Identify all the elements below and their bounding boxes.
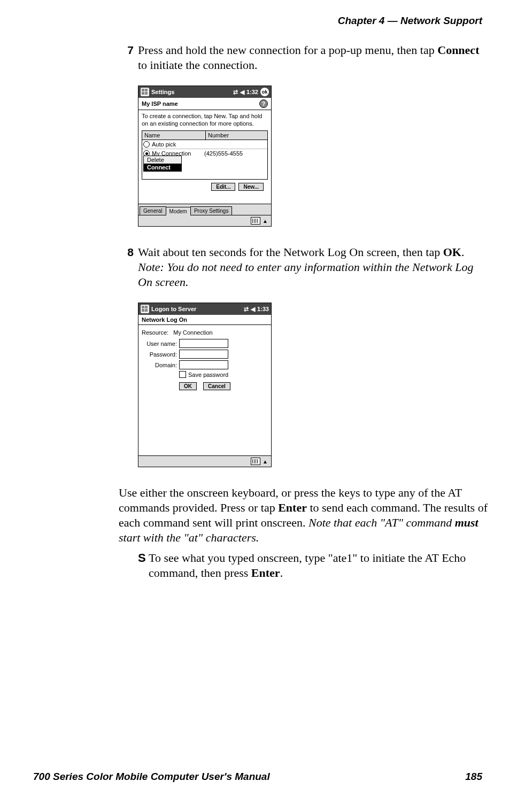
step-8: 8 Wait about ten seconds for the Network…	[119, 245, 488, 290]
connect-bold: Connect	[437, 43, 479, 57]
svg-rect-2	[142, 92, 144, 95]
ok-button[interactable]: OK	[179, 382, 197, 390]
step-text: Press and hold the new connection for a …	[138, 43, 488, 73]
start-icon[interactable]	[141, 305, 149, 313]
ok-button[interactable]: ok	[260, 88, 269, 96]
note-italic: Note: You do not need to enter any infor…	[138, 260, 473, 289]
resource-label: Resource:	[142, 329, 168, 336]
dialog-title: Network Log On	[142, 316, 187, 323]
table-row[interactable]: Auto pick	[142, 140, 267, 149]
text-part: To see what you typed onscreen, type "at…	[149, 551, 466, 579]
tab-modem[interactable]: Modem	[166, 207, 191, 215]
footer-manual-title: 700 Series Color Mobile Computer User's …	[33, 771, 270, 783]
tab-proxy-settings[interactable]: Proxy Settings	[190, 206, 232, 215]
svg-rect-6	[142, 309, 144, 312]
page-number: 185	[465, 771, 482, 783]
sip-arrow-icon[interactable]: ▲	[263, 218, 268, 224]
note-part: start with the "at" characters.	[119, 531, 259, 544]
keyboard-icon[interactable]	[251, 217, 260, 225]
menu-item-connect[interactable]: Connect	[144, 164, 181, 171]
enter-bold: Enter	[251, 566, 280, 579]
subheader: Network Log On	[138, 315, 271, 325]
domain-input[interactable]	[179, 360, 228, 369]
speaker-icon[interactable]: ◀	[240, 89, 244, 96]
row-name: Auto pick	[152, 141, 176, 148]
menu-item-delete[interactable]: Delete	[144, 156, 181, 164]
context-menu: Delete Connect	[143, 156, 182, 172]
clock-text: 1:32	[246, 89, 258, 95]
save-password-checkbox[interactable]	[179, 371, 186, 378]
step-number: 7	[119, 43, 138, 58]
text-part: Wait about ten seconds for the Network L…	[138, 245, 443, 259]
svg-rect-4	[142, 306, 144, 308]
step-number: 8	[119, 245, 138, 260]
body-paragraph: Use either the onscreen keyboard, or pre…	[119, 485, 488, 545]
must-bold-italic: must	[455, 516, 479, 529]
save-password-label: Save password	[188, 372, 228, 378]
start-icon[interactable]	[141, 88, 149, 96]
domain-label: Domain:	[142, 362, 179, 368]
new-button[interactable]: New...	[238, 183, 264, 191]
connectivity-icon[interactable]: ⇄	[233, 89, 238, 96]
step-text: Wait about ten seconds for the Network L…	[138, 245, 488, 290]
screenshot-logon: Logon to Server ⇄ ◀ 1:33 Network Log On …	[138, 303, 272, 467]
running-header: Chapter 4 — Network Support	[338, 15, 482, 27]
ok-bold: OK	[443, 245, 461, 259]
password-input[interactable]	[179, 350, 228, 359]
speaker-icon[interactable]: ◀	[251, 306, 255, 313]
step-7: 7 Press and hold the new connection for …	[119, 43, 488, 73]
bullet-text: To see what you typed onscreen, type "at…	[149, 551, 488, 581]
isp-name: My ISP name	[142, 100, 178, 107]
screenshot-settings: Settings ⇄ ◀ 1:32 ok My ISP name ? To cr…	[138, 86, 272, 227]
svg-rect-7	[145, 309, 148, 312]
tab-general[interactable]: General	[140, 206, 166, 215]
bullet-marker: S	[138, 551, 149, 566]
text-part: to initiate the connection.	[138, 58, 258, 72]
titlebar: Settings ⇄ ◀ 1:32 ok	[138, 86, 271, 98]
col-number[interactable]: Number	[206, 131, 267, 140]
radio-icon[interactable]	[143, 141, 150, 148]
help-icon[interactable]: ?	[259, 99, 268, 108]
text-part: .	[280, 566, 283, 579]
titlebar: Logon to Server ⇄ ◀ 1:33	[138, 303, 271, 315]
sip-bar: ▲	[138, 455, 271, 467]
sip-arrow-icon[interactable]: ▲	[263, 459, 268, 465]
keyboard-icon[interactable]	[251, 458, 260, 465]
row-number: (425)555-4555	[202, 150, 267, 157]
svg-rect-0	[142, 89, 144, 91]
edit-button[interactable]: Edit...	[211, 183, 235, 191]
enter-bold: Enter	[278, 501, 307, 514]
tab-bar: General Modem Proxy Settings	[138, 204, 271, 215]
svg-rect-3	[145, 92, 148, 95]
username-input[interactable]	[179, 339, 228, 348]
svg-rect-1	[145, 89, 148, 91]
window-title: Logon to Server	[151, 306, 242, 312]
connectivity-icon[interactable]: ⇄	[244, 306, 249, 313]
text-part: .	[461, 245, 465, 259]
bullet-item: S To see what you typed onscreen, type "…	[138, 551, 488, 581]
clock-text: 1:33	[257, 306, 269, 312]
text-part: Press and hold the new connection for a …	[138, 43, 437, 57]
resource-value: My Connection	[173, 329, 212, 336]
window-title: Settings	[151, 89, 231, 95]
col-name[interactable]: Name	[142, 131, 206, 140]
username-label: User name:	[142, 341, 179, 347]
instruction-text: To create a connection, tap New. Tap and…	[142, 112, 268, 127]
cancel-button[interactable]: Cancel	[203, 382, 230, 390]
sip-bar: ▲	[138, 215, 271, 226]
note-part: Note that each "AT" command	[308, 516, 455, 529]
password-label: Password:	[142, 351, 179, 358]
connections-table: Name Number Auto pick My Connection (425…	[142, 130, 268, 180]
subheader: My ISP name ?	[138, 98, 271, 110]
svg-rect-5	[145, 306, 148, 308]
